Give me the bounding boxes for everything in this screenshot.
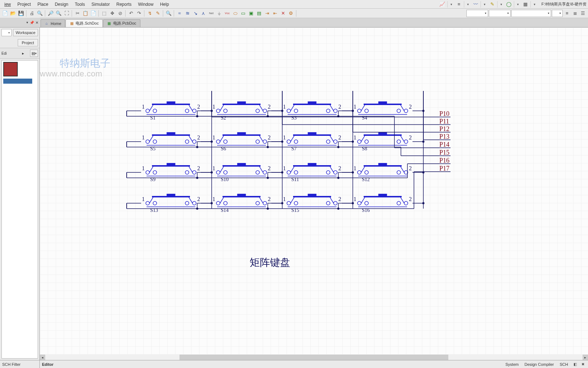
menu-window[interactable]: Window bbox=[135, 1, 157, 8]
tab-schdoc[interactable]: ▦ 电路.SchDoc bbox=[65, 19, 103, 27]
menu-view[interactable]: iew bbox=[1, 1, 14, 8]
scroll-left-icon[interactable]: ◂ bbox=[40, 355, 45, 360]
clear-icon[interactable]: ✖ bbox=[579, 361, 587, 368]
port2-icon[interactable]: ⇤ bbox=[271, 10, 279, 17]
svg-point-215 bbox=[404, 201, 408, 205]
pencil-icon[interactable]: ✎ bbox=[488, 1, 496, 8]
zoomin-icon[interactable]: 🔎 bbox=[47, 10, 54, 17]
menu-simulator[interactable]: Simulator bbox=[89, 1, 113, 8]
gnd-icon[interactable]: ⏚ bbox=[216, 10, 223, 17]
scroll-right-icon[interactable]: ▸ bbox=[583, 355, 588, 360]
svg-point-214 bbox=[397, 201, 401, 205]
part-icon[interactable]: ⬭ bbox=[232, 10, 239, 17]
scroll-track[interactable] bbox=[45, 355, 583, 360]
sheetentry-icon[interactable]: ▣ bbox=[248, 10, 255, 17]
combo-2[interactable]: ▾ bbox=[489, 10, 511, 17]
status-editor[interactable]: Editor bbox=[40, 362, 502, 367]
svg-point-201 bbox=[334, 201, 337, 205]
menu-reports[interactable]: Reports bbox=[113, 1, 134, 8]
svg-point-199 bbox=[294, 201, 298, 205]
compile-icon[interactable]: ⚙ bbox=[287, 10, 295, 17]
schematic-canvas[interactable]: 特纳斯电子 www.mcude.com 矩阵键盘 12S112S212S312S… bbox=[40, 28, 588, 355]
menu-tools[interactable]: Tools bbox=[72, 1, 88, 8]
undo-icon[interactable]: ↶ bbox=[127, 10, 135, 17]
combo-4[interactable]: ▾ bbox=[552, 10, 563, 17]
redo-icon[interactable]: ↷ bbox=[135, 10, 143, 17]
dropdown-icon[interactable]: ▾ bbox=[497, 1, 504, 8]
filter-icon[interactable]: ▸ bbox=[22, 51, 24, 56]
panel-menu-icon[interactable]: ▾ bbox=[26, 21, 28, 24]
fit-icon[interactable]: ⛶ bbox=[63, 10, 70, 17]
dropdown-icon[interactable]: ▾ bbox=[481, 1, 487, 8]
horizontal-scrollbar[interactable]: ◂ ▸ bbox=[40, 355, 588, 360]
harness-icon[interactable]: ⋏ bbox=[200, 10, 207, 17]
scroll-thumb[interactable] bbox=[179, 355, 448, 360]
sch-file-icon: ▦ bbox=[69, 21, 74, 26]
status-left-tab[interactable]: SCH Filter bbox=[0, 360, 40, 368]
copy-icon[interactable]: 📋 bbox=[82, 10, 89, 17]
dropdown-icon[interactable]: ▾ bbox=[464, 1, 470, 8]
project-button[interactable]: Project bbox=[18, 39, 38, 46]
align-right-icon[interactable]: ☰ bbox=[579, 10, 587, 17]
svg-point-114 bbox=[146, 171, 149, 174]
new-icon[interactable]: 📄 bbox=[1, 10, 9, 17]
workspace-combo[interactable]: ▾ bbox=[1, 29, 12, 36]
open-icon[interactable]: 📂 bbox=[9, 10, 17, 17]
svg-text:P13: P13 bbox=[439, 133, 449, 140]
print-icon[interactable]: 🖨 bbox=[28, 10, 35, 17]
mask-icon[interactable]: ◧ bbox=[571, 361, 579, 368]
align-center-icon[interactable]: ≣ bbox=[571, 10, 579, 17]
circle-icon[interactable]: ◯ bbox=[505, 1, 512, 8]
zoomout-icon[interactable]: 🔍 bbox=[55, 10, 62, 17]
tab-home[interactable]: ⌂ Home bbox=[41, 19, 65, 27]
move-icon[interactable]: ✥ bbox=[109, 10, 116, 17]
project-tree[interactable] bbox=[1, 60, 38, 359]
combo-1[interactable]: ▾ bbox=[466, 10, 488, 17]
svg-rect-48 bbox=[364, 104, 402, 105]
deselect-icon[interactable]: ⊘ bbox=[117, 10, 124, 17]
bus-icon[interactable]: ≋ bbox=[184, 10, 191, 17]
save-icon[interactable]: 💾 bbox=[17, 10, 25, 17]
select-icon[interactable]: ⬚ bbox=[101, 10, 108, 17]
dropdown-icon[interactable]: ▾ bbox=[447, 1, 454, 8]
status-system[interactable]: System bbox=[503, 361, 521, 368]
preview-icon[interactable]: 🔍 bbox=[36, 10, 43, 17]
cross-probe-icon[interactable]: ↯ bbox=[146, 10, 153, 17]
tab-pcbdoc[interactable]: ▦ 电路.PcbDoc bbox=[103, 19, 140, 27]
align-icon[interactable]: ≡ bbox=[455, 1, 462, 8]
sheet-icon[interactable]: ▭ bbox=[240, 10, 247, 17]
svg-point-45 bbox=[365, 109, 368, 113]
dropdown-icon[interactable]: ▾ bbox=[530, 1, 537, 8]
combo-3[interactable]: ▾ bbox=[511, 10, 551, 17]
wire-icon[interactable]: ≈ bbox=[176, 10, 183, 17]
menu-design[interactable]: Design bbox=[52, 1, 71, 8]
menu-help[interactable]: Help bbox=[157, 1, 172, 8]
svg-point-173 bbox=[193, 201, 196, 205]
align-left-icon[interactable]: ≡ bbox=[563, 10, 571, 17]
browse-icon[interactable]: 🔍 bbox=[165, 10, 172, 17]
status-design-compiler[interactable]: Design Compiler bbox=[522, 361, 556, 368]
netlabel-icon[interactable]: Net bbox=[208, 10, 215, 17]
menu-project[interactable]: Project bbox=[14, 1, 34, 8]
svg-point-131 bbox=[263, 171, 267, 174]
chart-icon[interactable]: 📈 bbox=[439, 1, 446, 8]
panel-close-icon[interactable]: ✕ bbox=[35, 21, 38, 25]
dropdown-icon[interactable]: ▾ bbox=[514, 1, 520, 8]
device-icon[interactable]: ▤ bbox=[255, 10, 263, 17]
menu-place[interactable]: Place bbox=[34, 1, 51, 8]
svg-line-176 bbox=[149, 197, 153, 203]
panel-pin-icon[interactable]: 📌 bbox=[30, 21, 34, 25]
workspace-button[interactable]: Workspace bbox=[13, 29, 38, 36]
cut-icon[interactable]: ✂ bbox=[74, 10, 81, 17]
highlight-icon[interactable]: ✎ bbox=[154, 10, 161, 17]
grid-icon[interactable]: ▦ bbox=[522, 1, 529, 8]
status-sch[interactable]: SCH bbox=[557, 361, 571, 368]
vcc-icon[interactable]: Vcc bbox=[224, 10, 231, 17]
noerc-icon[interactable]: ✕ bbox=[279, 10, 287, 17]
svg-text:2: 2 bbox=[268, 165, 271, 171]
structure-button[interactable]: ▤▾ bbox=[30, 50, 38, 57]
busentry-icon[interactable]: ↘ bbox=[192, 10, 199, 17]
port-icon[interactable]: ⇥ bbox=[263, 10, 271, 17]
paste-icon[interactable]: 📄 bbox=[90, 10, 97, 17]
wave-icon[interactable]: 〰 bbox=[472, 1, 479, 8]
